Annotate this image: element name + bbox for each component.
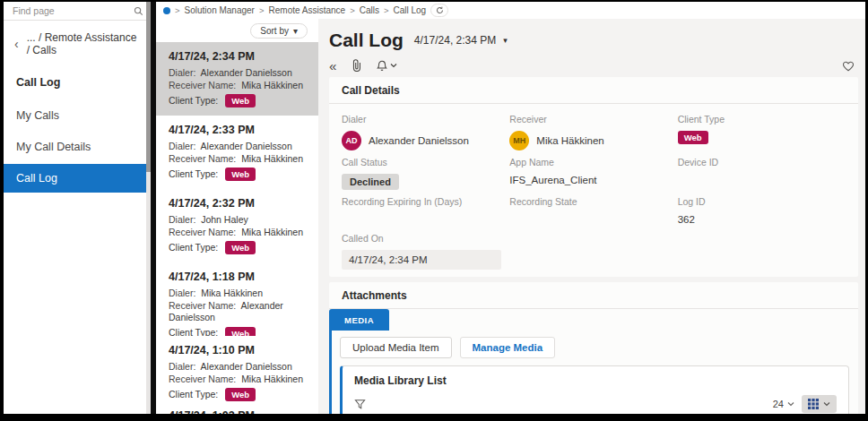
chevron-down-icon	[823, 401, 830, 407]
receiver-label: Receiver Name:	[169, 227, 236, 237]
upload-media-item-button[interactable]: Upload Media Item	[340, 337, 452, 358]
field-value	[342, 213, 509, 226]
sidebar-item-my-calls[interactable]: My Calls	[4, 101, 151, 130]
receiver-label: Receiver Name:	[169, 153, 236, 164]
field-label: App Name	[509, 157, 677, 168]
sidebar-breadcrumb-text[interactable]: ... / Remote Assistance / Calls	[27, 31, 142, 56]
field-recording-state: Recording State	[509, 190, 677, 227]
field-recording-expiring: Recording Expiring In (Days)	[342, 190, 509, 227]
call-list-item-clipped[interactable]: 4/17/24, 1:02 PM	[156, 409, 318, 414]
call-list-panel: Sort by ▾ 4/17/24, 2:34 PM Dialer: Alexa…	[156, 19, 318, 414]
client-type-badge: Web	[225, 388, 256, 401]
field-label: Receiver	[509, 114, 677, 125]
avatar: AD	[342, 131, 361, 150]
breadcrumb-calls[interactable]: Calls	[360, 5, 379, 15]
attachments-card: Attachments MEDIA Upload Media Item Mana…	[329, 282, 858, 414]
content-region: > Solution Manager > Remote Assistance >…	[156, 2, 865, 414]
chevron-down-icon	[787, 401, 794, 407]
call-time: 4/17/24, 2:32 PM	[169, 197, 306, 210]
call-list-item[interactable]: 4/17/24, 1:10 PM Dialer: Alexander Danie…	[156, 336, 318, 409]
app-dot-icon	[163, 7, 170, 14]
client-type-label: Client Type:	[169, 168, 218, 181]
breadcrumb-solution-manager[interactable]: Solution Manager	[185, 5, 255, 15]
client-type-badge: Web	[225, 94, 256, 107]
sidebar-item-my-call-details[interactable]: My Call Details	[4, 133, 151, 161]
manage-media-button[interactable]: Manage Media	[460, 337, 556, 358]
chevron-down-icon	[390, 63, 397, 68]
field-label: Device ID	[678, 157, 846, 168]
command-toolbar: «	[329, 54, 858, 77]
breadcrumb: > Solution Manager > Remote Assistance >…	[156, 2, 865, 19]
navigation-sidebar: ‹ ... / Remote Assistance / Calls Call L…	[4, 2, 151, 414]
receiver-value: Mika Häkkinen	[241, 153, 303, 164]
grid-view-icon	[808, 399, 819, 409]
chevron-separator-icon: >	[384, 5, 389, 15]
field-called-on: Called On 4/17/24, 2:34 PM	[342, 227, 509, 270]
call-time: 4/17/24, 2:33 PM	[169, 124, 306, 137]
notifications-dropdown[interactable]	[377, 60, 397, 72]
find-page-search	[4, 2, 151, 21]
call-time: 4/17/24, 1:02 PM	[169, 409, 306, 414]
chevron-left-icon[interactable]: ‹	[14, 37, 19, 51]
media-library-list-title: Media Library List	[343, 366, 848, 389]
field-value	[678, 174, 846, 186]
client-type-label: Client Type:	[169, 242, 218, 254]
field-value	[509, 213, 677, 226]
search-input[interactable]	[13, 5, 134, 16]
client-type-badge: Web	[225, 168, 256, 181]
receiver-value: Mika Häkkinen	[241, 227, 303, 237]
tab-media[interactable]: MEDIA	[329, 309, 389, 331]
call-list-item[interactable]: 4/17/24, 2:34 PM Dialer: Alexander Danie…	[156, 42, 318, 116]
caret-down-icon: ▾	[293, 26, 298, 36]
field-receiver: Receiver MH Mika Häkkinen	[509, 107, 677, 150]
call-list-item[interactable]: 4/17/24, 1:18 PM Dialer: Mika Häkkinen R…	[156, 262, 318, 336]
field-label: Log ID	[678, 196, 846, 207]
dialer-label: Dialer:	[169, 288, 195, 298]
dialer-value: John Haley	[201, 214, 248, 225]
sort-by-label: Sort by	[260, 26, 289, 36]
sidebar-breadcrumb[interactable]: ‹ ... / Remote Assistance / Calls	[4, 21, 151, 56]
field-app-name: App Name IFS_Aurena_Client	[509, 150, 677, 190]
sort-by-button[interactable]: Sort by ▾	[250, 23, 308, 39]
field-label: Recording State	[509, 196, 677, 207]
sidebar-scrollbar[interactable]	[146, 2, 151, 414]
client-type-label: Client Type:	[169, 389, 218, 401]
view-mode-grid-button[interactable]	[802, 395, 837, 413]
attachment-paperclip-icon[interactable]	[351, 59, 362, 72]
client-type-label: Client Type:	[169, 327, 218, 336]
client-type-badge: Web	[678, 131, 708, 144]
field-label: Recording Expiring In (Days)	[342, 196, 509, 207]
receiver-label: Receiver Name:	[169, 374, 236, 384]
call-time: 4/17/24, 2:34 PM	[169, 50, 306, 64]
record-selector-label: 4/17/24, 2:34 PM	[414, 34, 496, 47]
search-icon[interactable]	[134, 6, 143, 16]
field-label: Client Type	[678, 114, 846, 125]
breadcrumb-remote-assistance[interactable]: Remote Assistance	[269, 5, 346, 15]
sidebar-section-title[interactable]: Call Log	[4, 56, 151, 89]
dialer-value: Alexander Danielsson	[201, 67, 292, 78]
attachments-title: Attachments	[329, 282, 858, 309]
field-value: 362	[678, 213, 846, 226]
field-label: Call Status	[342, 157, 509, 168]
app-window: ‹ ... / Remote Assistance / Calls Call L…	[4, 2, 865, 414]
main-content: Call Log 4/17/24, 2:34 PM ▾ «	[318, 19, 865, 414]
dialer-label: Dialer:	[169, 361, 195, 372]
sidebar-item-call-log[interactable]: Call Log	[4, 164, 151, 193]
collapse-toolbar-icon[interactable]: «	[329, 59, 336, 73]
receiver-value: Mika Häkkinen	[241, 374, 303, 384]
refresh-button[interactable]	[430, 4, 448, 17]
call-list-item[interactable]: 4/17/24, 2:32 PM Dialer: John Haley Rece…	[156, 189, 318, 262]
record-selector[interactable]: 4/17/24, 2:34 PM ▾	[414, 34, 508, 47]
sidebar-scrollbar-thumb[interactable]	[146, 2, 151, 172]
filter-funnel-icon[interactable]	[354, 399, 366, 410]
sidebar-nav: My Calls My Call Details Call Log	[4, 101, 151, 193]
favorite-heart-icon[interactable]	[842, 60, 855, 72]
breadcrumb-call-log[interactable]: Call Log	[393, 5, 426, 15]
field-value: Mika Häkkinen	[536, 135, 603, 146]
page-title: Call Log	[329, 30, 404, 51]
page-size-selector[interactable]: 24	[773, 399, 794, 409]
dialer-label: Dialer:	[169, 67, 195, 78]
field-device-id: Device ID	[678, 150, 846, 190]
receiver-label: Receiver Name:	[169, 300, 236, 311]
call-list-item[interactable]: 4/17/24, 2:33 PM Dialer: Alexander Danie…	[156, 116, 318, 189]
